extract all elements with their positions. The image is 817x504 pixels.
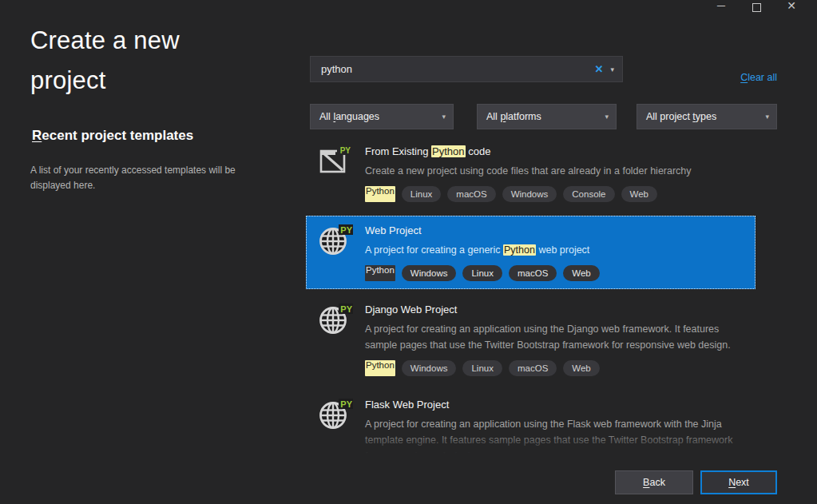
template-title: From Existing Python code — [365, 145, 747, 157]
chevron-down-icon: ▾ — [442, 113, 446, 121]
back-button[interactable]: Back — [615, 470, 693, 494]
tag-pill[interactable]: Windows — [402, 360, 457, 376]
svg-text:PY: PY — [340, 146, 351, 155]
tag-pill[interactable]: Python — [365, 186, 395, 202]
svg-text:PY: PY — [340, 399, 352, 409]
template-icon: PY — [318, 222, 365, 281]
python-web-project-icon: PY — [318, 304, 353, 335]
recent-templates-heading: Recent project templates — [32, 128, 193, 144]
clear-search-icon[interactable]: ✕ — [589, 63, 609, 75]
template-tags: PythonWindowsLinuxmacOSWeb — [365, 360, 747, 376]
template-title: Web Project — [365, 224, 747, 236]
template-tags: PythonLinuxmacOSWindowsConsoleWeb — [365, 186, 747, 202]
search-term-highlight: Python — [503, 244, 536, 256]
search-input[interactable] — [311, 63, 589, 75]
template-icon: PY — [318, 143, 365, 202]
chevron-down-icon: ▾ — [765, 113, 769, 121]
project-type-filter-label: All project types — [646, 111, 716, 122]
tag-pill[interactable]: Python — [365, 265, 395, 281]
template-description: A project for creating an application us… — [365, 416, 747, 455]
template-item[interactable]: PYFrom Existing Python codeCreate a new … — [306, 137, 756, 210]
python-existing-code-icon: PY — [318, 145, 351, 176]
template-text: Flask Web ProjectA project for creating … — [365, 396, 747, 455]
python-web-project-icon: PY — [318, 399, 353, 431]
minimize-button[interactable]: ─ — [704, 0, 739, 14]
template-description: A project for creating a generic Python … — [365, 242, 747, 258]
back-button-label: Back — [643, 477, 665, 488]
minimize-icon: ─ — [717, 0, 725, 12]
svg-text:PY: PY — [340, 304, 352, 314]
tag-pill[interactable]: Linux — [402, 186, 442, 202]
next-button[interactable]: Next — [700, 470, 777, 494]
template-list: PYFrom Existing Python codeCreate a new … — [306, 137, 756, 455]
tag-pill[interactable]: Web — [563, 265, 599, 281]
template-item[interactable]: PYWeb ProjectA project for creating a ge… — [306, 216, 756, 289]
tag-pill[interactable]: Console — [563, 186, 614, 202]
template-text: Web ProjectA project for creating a gene… — [365, 222, 747, 281]
python-web-project-icon: PY — [318, 224, 353, 256]
tag-pill[interactable]: Windows — [502, 186, 557, 202]
template-icon: PY — [318, 396, 365, 455]
platform-filter-label: All platforms — [486, 111, 541, 122]
template-item[interactable]: PYDjango Web ProjectA project for creati… — [306, 295, 756, 384]
template-description: Create a new project using code files th… — [365, 163, 747, 179]
window-controls: ─ ✕ — [704, 0, 809, 14]
maximize-icon — [752, 3, 761, 12]
recent-templates-description: A list of your recently accessed templat… — [30, 163, 264, 192]
create-new-project-dialog: ─ ✕ Create a new project Recent project … — [0, 0, 817, 504]
maximize-button[interactable] — [739, 0, 774, 14]
search-term-highlight: Python — [431, 145, 465, 157]
template-description: A project for creating an application us… — [365, 321, 747, 353]
template-tags: PythonWindowsLinuxmacOSWeb — [365, 265, 747, 281]
language-filter-label: All languages — [319, 111, 379, 122]
platform-filter-dropdown[interactable]: All platforms ▾ — [477, 104, 617, 129]
svg-text:PY: PY — [340, 225, 352, 235]
page-title: Create a new project — [30, 21, 246, 100]
tag-pill[interactable]: Linux — [462, 360, 502, 376]
clear-all-link[interactable]: Clear all — [740, 72, 777, 83]
template-title: Flask Web Project — [365, 399, 747, 411]
tag-pill[interactable]: Windows — [402, 265, 457, 281]
tag-pill[interactable]: macOS — [509, 265, 557, 281]
tag-pill[interactable]: Web — [621, 186, 657, 202]
template-title: Django Web Project — [365, 304, 747, 315]
close-icon: ✕ — [787, 0, 796, 12]
tag-pill[interactable]: macOS — [447, 186, 495, 202]
next-button-label: Next — [728, 477, 749, 488]
search-dropdown-chevron-icon[interactable]: ▾ — [609, 65, 622, 73]
template-text: Django Web ProjectA project for creating… — [365, 301, 747, 376]
tag-pill[interactable]: Linux — [462, 265, 502, 281]
project-type-filter-dropdown[interactable]: All project types ▾ — [637, 104, 777, 129]
template-search-box: ✕ ▾ — [310, 56, 623, 82]
tag-pill[interactable]: Python — [365, 360, 395, 376]
template-icon: PY — [318, 301, 365, 376]
close-button[interactable]: ✕ — [774, 0, 809, 14]
template-item[interactable]: PYFlask Web ProjectA project for creatin… — [306, 390, 756, 455]
chevron-down-icon: ▾ — [605, 113, 609, 121]
tag-pill[interactable]: Web — [563, 360, 599, 376]
tag-pill[interactable]: macOS — [509, 360, 557, 376]
language-filter-dropdown[interactable]: All languages ▾ — [310, 104, 454, 129]
template-text: From Existing Python codeCreate a new pr… — [365, 143, 747, 202]
